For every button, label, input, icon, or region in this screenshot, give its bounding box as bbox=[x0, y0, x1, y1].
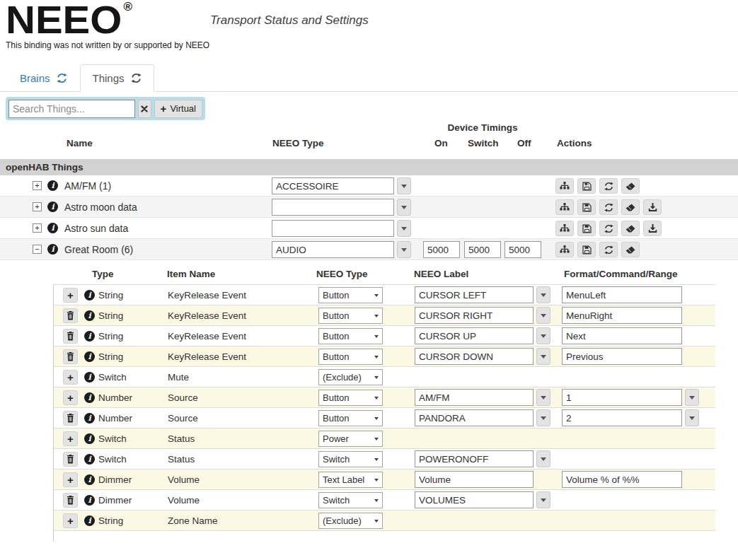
info-icon[interactable]: i bbox=[84, 433, 95, 444]
timing-off-input[interactable] bbox=[505, 241, 541, 258]
info-icon[interactable]: i bbox=[84, 310, 95, 321]
neeo-label-input[interactable] bbox=[415, 471, 534, 488]
neeo-type-input[interactable] bbox=[272, 199, 394, 216]
neeo-label-input[interactable] bbox=[415, 286, 534, 303]
delete-channel-button[interactable] bbox=[63, 329, 78, 344]
neeo-label-input[interactable] bbox=[415, 327, 534, 344]
format-input[interactable] bbox=[562, 389, 682, 406]
info-icon[interactable]: i bbox=[84, 474, 95, 485]
restore-button[interactable] bbox=[555, 178, 574, 194]
refresh-button[interactable] bbox=[599, 199, 618, 215]
info-icon[interactable]: i bbox=[47, 180, 58, 191]
timing-on-input[interactable] bbox=[423, 241, 460, 258]
neeo-label-input[interactable] bbox=[415, 307, 534, 324]
erase-button[interactable] bbox=[621, 221, 640, 236]
add-channel-button[interactable]: + bbox=[63, 370, 78, 385]
info-icon[interactable]: i bbox=[84, 495, 95, 506]
neeo-type-select[interactable]: Button bbox=[318, 287, 383, 303]
erase-button[interactable] bbox=[621, 199, 640, 215]
neeo-label-input[interactable] bbox=[415, 450, 534, 467]
format-input[interactable] bbox=[562, 286, 682, 303]
expand-icon[interactable]: + bbox=[33, 223, 42, 233]
search-input[interactable] bbox=[8, 100, 135, 118]
clear-search-button[interactable] bbox=[138, 100, 151, 118]
label-dropdown-button[interactable] bbox=[536, 409, 550, 426]
neeo-type-select[interactable]: Button bbox=[318, 308, 383, 324]
info-icon[interactable]: i bbox=[84, 413, 95, 424]
format-dropdown-button[interactable] bbox=[685, 409, 699, 426]
erase-button[interactable] bbox=[621, 242, 640, 257]
add-channel-button[interactable]: + bbox=[63, 431, 78, 446]
format-input[interactable] bbox=[562, 327, 682, 344]
label-dropdown-button[interactable] bbox=[536, 307, 550, 324]
refresh-button[interactable] bbox=[599, 178, 618, 194]
format-input[interactable] bbox=[562, 307, 682, 324]
save-button[interactable] bbox=[577, 178, 596, 194]
format-input[interactable] bbox=[562, 471, 682, 488]
refresh-icon[interactable] bbox=[131, 73, 142, 83]
info-icon[interactable]: i bbox=[84, 351, 95, 362]
neeo-type-select[interactable]: Button bbox=[318, 390, 383, 406]
add-channel-button[interactable]: + bbox=[63, 390, 78, 405]
label-dropdown-button[interactable] bbox=[536, 389, 550, 406]
info-icon[interactable]: i bbox=[84, 454, 95, 465]
neeo-type-dropdown-button[interactable] bbox=[397, 177, 411, 194]
neeo-type-select[interactable]: Button bbox=[318, 410, 383, 426]
save-button[interactable] bbox=[577, 199, 596, 215]
export-button[interactable] bbox=[643, 221, 662, 236]
format-dropdown-button[interactable] bbox=[685, 389, 699, 406]
info-icon[interactable]: i bbox=[84, 331, 95, 342]
timing-switch-input[interactable] bbox=[464, 241, 501, 258]
restore-button[interactable] bbox=[555, 242, 574, 257]
refresh-button[interactable] bbox=[599, 221, 618, 236]
label-dropdown-button[interactable] bbox=[536, 450, 550, 467]
neeo-type-select[interactable]: Text Label bbox=[318, 472, 383, 488]
info-icon[interactable]: i bbox=[84, 372, 95, 383]
add-channel-button[interactable]: + bbox=[63, 513, 78, 528]
neeo-type-select[interactable]: Power bbox=[318, 431, 383, 447]
label-dropdown-button[interactable] bbox=[536, 327, 550, 344]
neeo-type-select[interactable]: (Exclude) bbox=[318, 513, 383, 529]
add-channel-button[interactable]: + bbox=[63, 472, 78, 487]
label-dropdown-button[interactable] bbox=[536, 491, 550, 508]
neeo-label-input[interactable] bbox=[415, 389, 534, 406]
tab-brains[interactable]: Brains bbox=[7, 64, 80, 92]
neeo-label-input[interactable] bbox=[415, 409, 534, 426]
neeo-type-select[interactable]: Button bbox=[318, 328, 383, 344]
refresh-icon[interactable] bbox=[57, 73, 67, 83]
save-button[interactable] bbox=[577, 242, 596, 257]
neeo-type-select[interactable]: Switch bbox=[318, 492, 383, 508]
delete-channel-button[interactable] bbox=[63, 349, 78, 364]
restore-button[interactable] bbox=[555, 221, 574, 236]
format-input[interactable] bbox=[562, 348, 682, 365]
erase-button[interactable] bbox=[621, 178, 640, 194]
neeo-type-select[interactable]: (Exclude) bbox=[318, 369, 383, 385]
info-icon[interactable]: i bbox=[47, 223, 58, 233]
expand-icon[interactable]: + bbox=[33, 202, 42, 211]
neeo-type-dropdown-button[interactable] bbox=[397, 241, 411, 258]
neeo-type-select[interactable]: Button bbox=[318, 349, 383, 365]
info-icon[interactable]: i bbox=[84, 392, 95, 403]
neeo-type-dropdown-button[interactable] bbox=[397, 220, 411, 237]
delete-channel-button[interactable] bbox=[63, 452, 78, 467]
label-dropdown-button[interactable] bbox=[536, 286, 550, 303]
delete-channel-button[interactable] bbox=[63, 411, 78, 426]
save-button[interactable] bbox=[577, 221, 596, 236]
neeo-type-input[interactable] bbox=[272, 241, 394, 258]
neeo-type-input[interactable] bbox=[272, 177, 394, 194]
collapse-icon[interactable]: − bbox=[33, 245, 42, 254]
neeo-label-input[interactable] bbox=[415, 348, 534, 365]
neeo-type-dropdown-button[interactable] bbox=[397, 199, 411, 216]
tab-things[interactable]: Things bbox=[80, 64, 154, 92]
export-button[interactable] bbox=[643, 199, 662, 215]
info-icon[interactable]: i bbox=[47, 244, 58, 255]
label-dropdown-button[interactable] bbox=[536, 348, 550, 365]
info-icon[interactable]: i bbox=[84, 290, 95, 301]
neeo-type-input[interactable] bbox=[272, 220, 394, 237]
delete-channel-button[interactable] bbox=[63, 308, 78, 323]
add-channel-button[interactable]: + bbox=[63, 288, 78, 303]
add-virtual-button[interactable]: + Virtual bbox=[154, 100, 202, 118]
restore-button[interactable] bbox=[555, 199, 574, 215]
refresh-button[interactable] bbox=[599, 242, 618, 257]
info-icon[interactable]: i bbox=[47, 202, 58, 212]
